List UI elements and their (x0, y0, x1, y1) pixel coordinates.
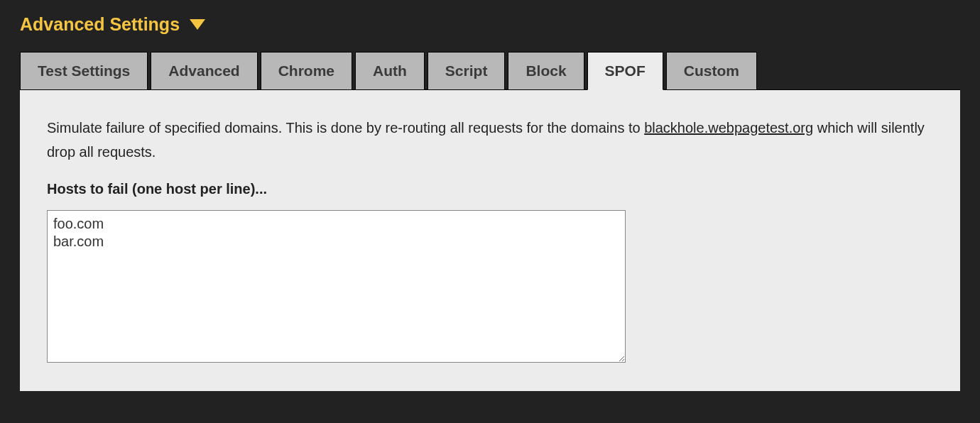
tab-test-settings[interactable]: Test Settings (20, 52, 148, 90)
tab-custom[interactable]: Custom (666, 52, 757, 90)
spof-panel: Simulate failure of specified domains. T… (20, 89, 960, 391)
advanced-settings-toggle[interactable]: Advanced Settings (20, 14, 205, 35)
hosts-label: Hosts to fail (one host per line)... (47, 181, 933, 197)
blackhole-link[interactable]: blackhole.webpagetest.org (644, 120, 813, 136)
tab-chrome[interactable]: Chrome (261, 52, 352, 90)
settings-tabs: Test Settings Advanced Chrome Auth Scrip… (20, 52, 960, 90)
tab-auth[interactable]: Auth (355, 52, 425, 90)
tab-script[interactable]: Script (428, 52, 506, 90)
page-title: Advanced Settings (20, 14, 180, 35)
spof-description-pre: Simulate failure of specified domains. T… (47, 120, 644, 136)
spof-description: Simulate failure of specified domains. T… (47, 116, 933, 164)
triangle-down-icon (190, 19, 205, 30)
hosts-input[interactable] (47, 210, 626, 363)
tab-block[interactable]: Block (508, 52, 584, 90)
tab-advanced[interactable]: Advanced (151, 52, 257, 90)
tab-spof[interactable]: SPOF (587, 52, 663, 90)
